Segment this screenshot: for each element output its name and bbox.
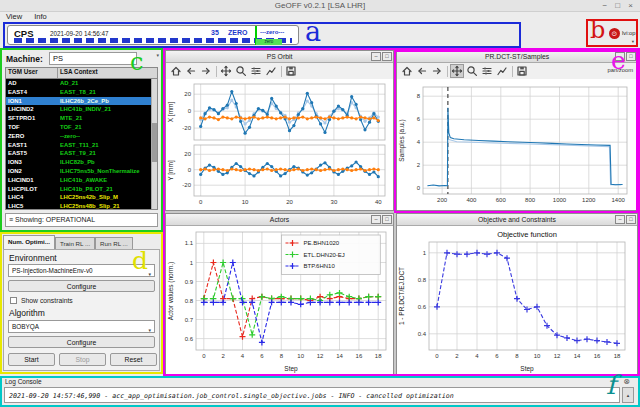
table-row[interactable]: ION2ILHC75ns5b_NonThermalize (6, 167, 157, 176)
minimize-icon[interactable]: – (371, 215, 381, 224)
forward-arrow-icon[interactable] (199, 64, 213, 78)
lsa-mode-label[interactable]: lvi:op (622, 30, 636, 36)
actors-titlebar[interactable]: Actors –□ (166, 214, 393, 226)
zoom-icon[interactable] (465, 64, 479, 78)
tab-train-rl[interactable]: Train RL ... (55, 237, 95, 249)
machine-select[interactable]: PS (49, 52, 137, 65)
maximize-icon[interactable]: □ (626, 52, 636, 61)
geoff-application-window: GeOFF v0.2.1 [LSA LHR] − □ × ViewInfo CP… (0, 0, 640, 407)
lsa-context-cell: EAST_T9_21 (58, 149, 157, 158)
minimize-icon[interactable]: – (615, 215, 625, 224)
lsa-context-cell: LHC41b_PILOT_21 (58, 185, 157, 194)
table-row[interactable]: LHC5LHC25ns48b_Slip_21 (6, 202, 157, 211)
configure-environment-button[interactable]: Configure (8, 280, 155, 292)
home-icon[interactable] (400, 64, 414, 78)
table-row[interactable]: EAST4EAST_T8_21 (6, 88, 157, 97)
table-row[interactable]: ION3ILHC82b_Pb (6, 158, 157, 167)
lsa-context-cell: ILHC26b_2Ce_Pb (58, 97, 157, 106)
annotation-box-f: Log Console ⊗ 2021-09-20 14:57:46,990 - … (0, 376, 640, 407)
dct-titlebar[interactable]: PR.DCT-ST/Samples –□ (397, 51, 637, 63)
close-icon[interactable]: ⊗ (623, 377, 630, 386)
table-row[interactable]: LHCIND2LHC41b_INDIV_21 (6, 105, 157, 114)
svg-text:ETL.DHN20-EJ: ETL.DHN20-EJ (304, 252, 345, 258)
showing-filter-select[interactable]: ≡ Showing: OPERATIONAL (5, 213, 158, 227)
subplot-settings-icon[interactable] (480, 64, 494, 78)
pan-icon[interactable] (450, 64, 464, 78)
menu-item-info[interactable]: Info (28, 12, 53, 22)
zoom-icon[interactable] (234, 64, 248, 78)
table-row[interactable]: ZERO--zero-- (6, 132, 157, 141)
table-scrollbar[interactable] (151, 79, 157, 209)
power-status-icon[interactable]: ⊙ (609, 28, 620, 39)
dct-samples-chart[interactable]: 20040060080010001200140002468Samples (a.… (397, 79, 637, 210)
log-output[interactable]: 2021-09-20 14:57:46,990 - acc_app_optimi… (4, 387, 620, 403)
svg-text:20: 20 (184, 91, 191, 97)
orbit-y-chart[interactable]: 010203040-20020Y [mm] (166, 143, 393, 210)
pan-icon[interactable] (219, 64, 233, 78)
start-button[interactable]: Start (8, 353, 55, 366)
scrollbar-thumb[interactable] (152, 123, 157, 162)
tab-run-rl[interactable]: Run RL ... (95, 237, 133, 249)
svg-text:10: 10 (534, 353, 541, 359)
tgm-user-cell: ION2 (6, 167, 58, 176)
table-row[interactable]: LHC4LHC25ns42b_Slip_M (6, 193, 157, 202)
subplot-settings-icon[interactable] (249, 64, 263, 78)
svg-text:Samples (a.u.): Samples (a.u.) (398, 119, 406, 161)
menu-item-view[interactable]: View (0, 12, 28, 22)
table-row[interactable]: EAST5EAST_T9_21 (6, 149, 157, 158)
table-row[interactable]: LHCPILOTLHC41b_PILOT_21 (6, 185, 157, 194)
lsa-context-cell: LHC25ns48b_Slip_21 (58, 202, 157, 211)
forward-arrow-icon[interactable] (430, 64, 444, 78)
svg-text:10: 10 (297, 353, 304, 359)
objective-titlebar[interactable]: Objective and Constraints –□ (397, 214, 637, 226)
svg-text:1000: 1000 (553, 197, 567, 203)
table-row[interactable]: LHCIND1LHC41b_AWAKE (6, 176, 157, 185)
home-icon[interactable] (169, 64, 183, 78)
back-arrow-icon[interactable] (415, 64, 429, 78)
column-header-lsa-context: LSA Context (58, 68, 157, 78)
maximize-icon[interactable]: □ (382, 215, 392, 224)
table-row[interactable]: EAST1EAST_T11_21 (6, 141, 157, 150)
orbit-x-chart[interactable]: -20020X [mm] (166, 79, 393, 143)
minimize-icon[interactable]: – (371, 52, 381, 61)
table-row[interactable]: ION1ILHC26b_2Ce_Pb (6, 97, 157, 106)
environment-select[interactable]: PS-Injection-MachineEnv-v0 ▾ (8, 264, 155, 277)
log-scrollbar-button[interactable]: ▴ (622, 387, 634, 403)
axes-settings-icon[interactable] (264, 64, 278, 78)
svg-text:-20: -20 (182, 182, 191, 188)
cycle-segment-bar (14, 38, 292, 43)
algorithm-select[interactable]: BOBYQA ▾ (8, 320, 155, 333)
save-icon[interactable] (515, 64, 529, 78)
svg-text:800: 800 (525, 197, 536, 203)
lsa-context-cell: AD_21 (58, 79, 157, 88)
table-body: ADAD_21EAST4EAST_T8_21ION1ILHC26b_2Ce_Pb… (6, 79, 157, 211)
window-controls[interactable]: − □ × (602, 0, 636, 12)
back-arrow-icon[interactable] (184, 64, 198, 78)
objective-chart[interactable]: 0246810121416180.40.60.811 - PR.DCT/EJ.D… (397, 226, 637, 374)
tgm-user-cell: EAST5 (6, 149, 58, 158)
maximize-icon[interactable]: □ (382, 52, 392, 61)
minimize-icon[interactable]: – (615, 52, 625, 61)
ps-orbit-titlebar[interactable]: PS Orbit –□ (166, 51, 393, 63)
actors-chart[interactable]: 0246810121416180.60.70.80.911.1PE.BHN102… (166, 226, 393, 374)
lsa-context-cell: LHC41b_INDIV_21 (58, 105, 157, 114)
svg-text:20: 20 (286, 199, 293, 205)
ps-orbit-window: PS Orbit –□ -20020X [mm] 010203040-20020… (165, 50, 394, 211)
table-row[interactable]: ADAD_21 (6, 79, 157, 88)
lsa-context-cell: EAST_T11_21 (58, 141, 157, 150)
axes-settings-icon[interactable] (495, 64, 509, 78)
show-constraints-checkbox[interactable] (10, 297, 17, 304)
reset-button[interactable]: Reset (110, 353, 157, 366)
maximize-icon[interactable]: □ (626, 215, 636, 224)
stop-button[interactable]: Stop (59, 353, 106, 366)
app-title: GeOFF v0.2.1 [LSA LHR] (275, 1, 365, 10)
tab-num-optimi[interactable]: Num. Optimi... (3, 235, 55, 249)
configure-algorithm-button[interactable]: Configure (8, 336, 155, 348)
save-icon[interactable] (284, 64, 298, 78)
lsa-context-cell: --zero-- (58, 132, 157, 141)
lsa-context-cell: TOF_21 (58, 123, 157, 132)
table-row[interactable]: SFTPRO1MTE_21 (6, 114, 157, 123)
svg-text:Objective function: Objective function (497, 230, 557, 239)
svg-text:1.1: 1.1 (185, 240, 194, 246)
table-row[interactable]: TOFTOF_21 (6, 123, 157, 132)
